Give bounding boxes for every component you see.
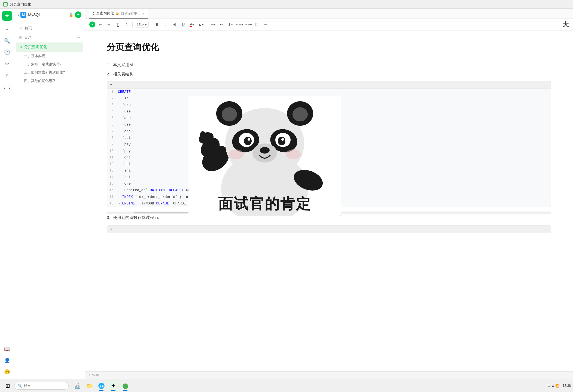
indent-decrease-chevron: ▾ [241, 22, 243, 27]
editor-area[interactable]: 分页查询优化 1、本文采用M... 2、相关表结构 ▾ 1 CREATE 2 `… [85, 30, 573, 371]
toolbar-color-btn[interactable]: ● [89, 22, 95, 27]
wiki-icon[interactable]: 📖 [2, 344, 12, 354]
svg-point-23 [286, 149, 301, 159]
italic-button[interactable]: I [162, 21, 170, 28]
sidebar-nav: ⌂ 首页 ··· ☰ 目录 ≔ ▾ 分页查询优化 一、基本实现 二、索引一定就很… [14, 21, 85, 87]
font-size-selector[interactable]: 15px ▾ [135, 22, 149, 27]
taskbar-search[interactable]: 🔍 搜索 [14, 382, 69, 390]
highlight-icon: ▲ [198, 22, 202, 27]
taskbar-app-feishu[interactable]: ✦ [108, 380, 119, 391]
tab-title: 分页查询优化 [93, 11, 114, 16]
lock-icon: 🔒 [69, 13, 73, 17]
font-color-icon: A [190, 22, 192, 27]
bold-button[interactable]: B [153, 21, 161, 28]
sidebar-item-active-doc[interactable]: ▾ 分页查询优化 [16, 42, 83, 52]
main-content: 分页查询优化 🔒 自动保存中... ☁ ● ↩ ↪ T̲ ◌ 15px ▾ B … [85, 9, 573, 379]
tab-cloud-icon: ☁ [142, 12, 145, 15]
home-icon: ⌂ [20, 26, 22, 30]
new-doc-icon[interactable]: ＋ [2, 24, 12, 34]
toolbar-divider-3 [207, 22, 207, 27]
toc-list-icon: ≔ [77, 36, 80, 39]
status-bar: 676 字 [85, 371, 573, 379]
doc-tab-bar: 分页查询优化 🔒 自动保存中... ☁ [85, 9, 573, 19]
font-color-chevron: ▾ [192, 22, 194, 27]
font-color-button[interactable]: A ▾ [188, 21, 196, 28]
scrollbar-thumb[interactable] [134, 212, 188, 213]
undo-button[interactable]: ↩ [96, 21, 104, 28]
code-collapse-chevron: ▾ [110, 83, 112, 87]
recent-icon[interactable]: 🕐 [2, 47, 12, 57]
svg-point-18 [248, 138, 250, 141]
format-clear-button[interactable]: T̲ [114, 21, 121, 28]
paragraph-1: 1、本文采用M... [107, 61, 551, 68]
taskbar-app-lab[interactable]: 🔬 [72, 380, 83, 391]
code-line-1: 1 CREATE [107, 89, 551, 95]
sidebar-header: ‹ M MySQL 🔒 + [14, 9, 85, 21]
panda-svg: 面试官的肯定 [188, 96, 341, 216]
expand-btn[interactable]: 大 [563, 20, 569, 29]
favorites-icon[interactable]: ☆ [2, 70, 12, 80]
taskbar-app-edge[interactable]: 🌐 [96, 380, 107, 391]
tray-wifi-icon[interactable]: 📶 [555, 384, 559, 388]
start-button[interactable]: ⊞ [2, 380, 13, 391]
sidebar-title: MySQL [28, 13, 67, 17]
align-button[interactable]: ≡ ▾ [209, 21, 217, 28]
icon-bar: ✦ ＋ 🔍 🕐 ✏ ☆ ⋮⋮ 📖 👤 😊 [0, 9, 14, 379]
app-icon: 📄 [3, 2, 8, 7]
align-icon: ≡ [211, 22, 213, 27]
highlight-chevron: ▾ [202, 22, 204, 27]
edit-icon[interactable]: ✏ [2, 59, 12, 69]
sidebar: ‹ M MySQL 🔒 + ⌂ 首页 ··· ☰ 目录 ≔ ▾ 分页查询优化 一… [14, 9, 85, 379]
indent-decrease-icon: ←≡ [235, 22, 241, 27]
bullet-list-button[interactable]: •≡ [218, 21, 225, 28]
indent-increase-button[interactable]: →≡ ▾ [244, 21, 252, 28]
code-block-header[interactable]: ▾ [107, 81, 551, 89]
redo-button[interactable]: ↪ [105, 21, 113, 28]
more-toolbar-button[interactable]: ✏ [261, 21, 269, 28]
sidebar-item-toc[interactable]: ☰ 目录 ≔ [14, 33, 85, 42]
doc-tab-active[interactable]: 分页查询优化 🔒 自动保存中... ☁ [89, 9, 148, 19]
font-size-value: 15px [137, 23, 144, 27]
svg-point-16 [244, 137, 252, 145]
active-doc-chevron: ▾ [20, 45, 22, 49]
svg-point-22 [228, 149, 244, 159]
taskbar-time: 13:38 [563, 384, 571, 388]
font-size-chevron: ▾ [145, 23, 147, 27]
taskbar-search-icon: 🔍 [18, 384, 22, 388]
eraser-button[interactable]: ◌ [123, 21, 130, 28]
outline-item-3[interactable]: 三、如何对索引再次优化? [14, 68, 85, 76]
panda-container: 面试官的肯定 [188, 96, 341, 216]
apps-icon[interactable]: ⋮⋮ [2, 82, 12, 91]
tray-expand-icon[interactable]: ∧ [552, 384, 554, 388]
emoji-icon[interactable]: 😊 [2, 367, 12, 377]
taskbar-app-chrome[interactable]: ⬤ [120, 380, 131, 391]
doc-toolbar: ● ↩ ↪ T̲ ◌ 15px ▾ B I S U A ▾ ▲ ▾ [85, 19, 573, 30]
home-label: 首页 [25, 26, 32, 30]
app-body: ✦ ＋ 🔍 🕐 ✏ ☆ ⋮⋮ 📖 👤 😊 ‹ M MySQL 🔒 + ⌂ 首页 … [0, 9, 573, 379]
window-title: 分页查询优化 [10, 2, 31, 7]
toc-label: 目录 [24, 35, 32, 40]
strikethrough-button[interactable]: S [171, 21, 178, 28]
underline-button[interactable]: U [179, 21, 187, 28]
add-button[interactable]: + [75, 11, 81, 18]
search-icon[interactable]: 🔍 [2, 36, 12, 46]
word-count: 676 字 [89, 373, 99, 378]
code-block-2: ▾ [107, 225, 551, 233]
task-button[interactable]: ☐ [253, 21, 260, 28]
doc-title: 分页查询优化 [107, 41, 551, 53]
svg-point-17 [278, 137, 285, 145]
outline-item-2[interactable]: 二、索引一定就很快吗? [14, 60, 85, 68]
tray-shield-icon[interactable]: 🛡 [547, 384, 551, 388]
svg-point-21 [260, 147, 270, 154]
taskbar-app-file-explorer[interactable]: 📁 [84, 380, 95, 391]
sidebar-item-home[interactable]: ⌂ 首页 ··· [16, 23, 83, 33]
user-avatar[interactable]: 👤 [2, 356, 12, 365]
code-block-2-header[interactable]: ▾ [107, 226, 551, 233]
highlight-button[interactable]: ▲ ▾ [197, 21, 205, 28]
numbered-list-button[interactable]: 1≡ [227, 21, 234, 28]
indent-decrease-button[interactable]: ←≡ ▾ [235, 21, 243, 28]
back-button[interactable]: ‹ [17, 12, 19, 17]
svg-point-10 [222, 107, 237, 121]
outline-item-4[interactable]: 四、其他的优化思路 [14, 77, 85, 85]
outline-item-1[interactable]: 一、基本实现 [14, 52, 85, 60]
